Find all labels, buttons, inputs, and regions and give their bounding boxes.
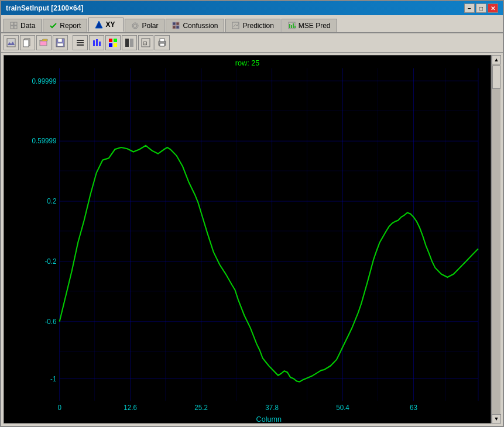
svg-marker-4	[95, 21, 102, 28]
toolbar-btn-image[interactable]	[4, 35, 19, 50]
svg-rect-37	[114, 39, 117, 42]
chart-container: row: 25 0.99999 0.59999 0.2 -0.2 -0.6 -1…	[1, 53, 503, 426]
toolbar-btn-pattern[interactable]	[122, 35, 137, 50]
svg-rect-7	[173, 22, 176, 25]
svg-marker-26	[40, 39, 47, 41]
tab-data-label: Data	[20, 22, 35, 30]
toolbar-btn-color[interactable]	[105, 35, 121, 50]
svg-rect-41	[130, 39, 133, 47]
minimize-button[interactable]: −	[464, 4, 475, 13]
tab-confussion[interactable]: Confussion	[166, 19, 224, 32]
svg-rect-39	[114, 43, 117, 47]
data-tab-icon	[10, 22, 18, 30]
svg-line-13	[235, 25, 237, 26]
svg-text:63: 63	[410, 404, 417, 411]
svg-rect-10	[176, 26, 179, 29]
svg-rect-8	[176, 22, 179, 25]
tab-confussion-label: Confussion	[183, 22, 218, 30]
toolbar-btn-bars[interactable]	[89, 35, 104, 50]
svg-text:0: 0	[57, 404, 61, 411]
svg-rect-28	[58, 39, 62, 42]
svg-rect-40	[125, 39, 129, 47]
chart-area: row: 25 0.99999 0.59999 0.2 -0.2 -0.6 -1…	[4, 55, 491, 423]
svg-rect-3	[14, 26, 17, 29]
svg-text:-0.6: -0.6	[44, 318, 56, 325]
svg-rect-1	[14, 22, 17, 25]
svg-point-6	[133, 24, 137, 27]
tab-data[interactable]: Data	[4, 19, 42, 32]
tab-msepred-label: MSE Pred	[299, 22, 331, 30]
svg-rect-2	[11, 26, 13, 29]
report-tab-icon	[49, 22, 57, 30]
toolbar-btn-lines[interactable]	[73, 35, 88, 50]
svg-rect-24	[23, 40, 29, 47]
title-bar: trainSetInput [2100×64] − □ ✕	[1, 1, 503, 15]
toolbar-btn-save[interactable]	[53, 35, 68, 50]
svg-text:0.59999: 0.59999	[32, 137, 57, 144]
svg-text:0.99999: 0.99999	[32, 77, 57, 84]
tab-report[interactable]: Report	[43, 19, 87, 32]
close-button[interactable]: ✕	[488, 4, 498, 13]
tab-bar: Data Report XY Polar Confussion	[1, 15, 503, 33]
svg-rect-45	[160, 39, 164, 42]
msepred-tab-icon	[288, 22, 296, 30]
scroll-track[interactable]	[492, 64, 500, 414]
tab-xy-label: XY	[105, 20, 115, 29]
window-title: trainSetInput [2100×64]	[6, 4, 83, 12]
toolbar-btn-zoom[interactable]: ⊡	[138, 35, 153, 50]
svg-rect-21	[8, 39, 15, 46]
svg-text:50.4: 50.4	[336, 404, 349, 411]
svg-rect-9	[173, 26, 176, 29]
tab-report-label: Report	[60, 22, 81, 30]
svg-rect-36	[109, 39, 112, 42]
scroll-down-button[interactable]: ▼	[492, 414, 501, 423]
svg-text:Column: Column	[256, 415, 282, 423]
svg-rect-33	[93, 40, 95, 46]
chart-svg: row: 25 0.99999 0.59999 0.2 -0.2 -0.6 -1…	[4, 56, 491, 423]
tab-msepred[interactable]: MSE Pred	[282, 19, 337, 32]
toolbar-btn-open[interactable]	[36, 35, 52, 50]
tab-xy[interactable]: XY	[88, 18, 124, 32]
svg-text:12.6: 12.6	[124, 404, 137, 411]
row-label: row: 25	[235, 58, 259, 67]
svg-text:-1: -1	[50, 374, 56, 382]
toolbar-btn-print[interactable]	[155, 35, 170, 50]
svg-text:25.2: 25.2	[194, 404, 208, 411]
svg-rect-0	[11, 22, 13, 25]
svg-text:-0.2: -0.2	[44, 257, 56, 265]
toolbar: ⊡	[1, 33, 503, 53]
svg-text:⊡: ⊡	[143, 40, 148, 46]
svg-rect-35	[99, 42, 101, 46]
tab-polar[interactable]: Polar	[125, 19, 164, 32]
svg-text:0.2: 0.2	[47, 197, 56, 205]
main-window: trainSetInput [2100×64] − □ ✕ Data Repor…	[0, 0, 504, 427]
prediction-tab-icon	[232, 22, 240, 30]
svg-line-12	[234, 25, 235, 27]
svg-rect-11	[232, 22, 239, 29]
xy-tab-icon	[95, 20, 103, 29]
scroll-thumb[interactable]	[492, 66, 500, 89]
maximize-button[interactable]: □	[476, 4, 486, 13]
confussion-tab-icon	[172, 22, 180, 30]
tab-polar-label: Polar	[142, 22, 158, 30]
svg-rect-34	[96, 39, 98, 46]
tab-prediction[interactable]: Prediction	[225, 19, 280, 32]
toolbar-btn-copy[interactable]	[20, 35, 35, 50]
polar-tab-icon	[131, 22, 139, 30]
svg-rect-46	[160, 43, 164, 46]
svg-rect-29	[57, 43, 63, 46]
svg-text:37.8: 37.8	[265, 404, 279, 411]
scroll-up-button[interactable]: ▲	[492, 55, 501, 64]
scrollbar-right: ▲ ▼	[491, 55, 500, 423]
svg-rect-38	[109, 43, 112, 47]
tab-prediction-label: Prediction	[242, 22, 273, 30]
title-bar-buttons: − □ ✕	[464, 4, 498, 13]
